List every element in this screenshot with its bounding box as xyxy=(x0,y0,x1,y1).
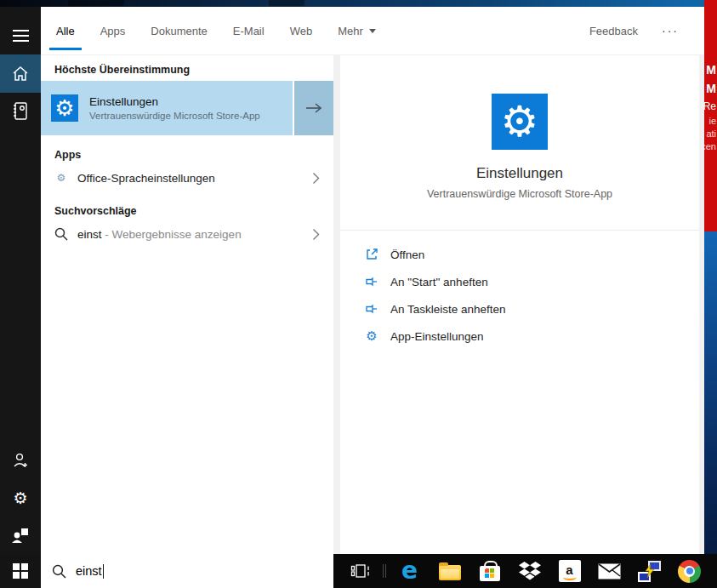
dropbox-button[interactable] xyxy=(509,554,549,588)
amazon-button[interactable]: a xyxy=(549,554,589,588)
open-action[interactable]: Öffnen xyxy=(340,241,699,268)
pin-to-start-action[interactable]: An "Start" anheften xyxy=(340,268,699,295)
journal-button[interactable] xyxy=(0,93,41,130)
clipped-text-fragment: Re xyxy=(704,100,716,112)
divider xyxy=(340,230,699,231)
edge-icon: e xyxy=(401,559,418,583)
tab-dokumente[interactable]: Dokumente xyxy=(151,7,207,54)
clipped-text-fragment: ati xyxy=(706,128,716,139)
home-icon xyxy=(11,65,30,83)
result-title: Einstellungen xyxy=(89,95,260,108)
gear-icon xyxy=(13,490,27,506)
account-button[interactable] xyxy=(0,442,41,479)
background-blue-area xyxy=(704,231,717,554)
background-browser-tab xyxy=(269,0,304,6)
journal-icon xyxy=(11,101,30,122)
background-window-edge: M M Re ie ati cen xyxy=(704,0,717,554)
remote-desktop-button[interactable] xyxy=(629,554,669,588)
file-explorer-button[interactable] xyxy=(430,554,469,588)
chrome-icon xyxy=(678,560,701,583)
microsoft-store-button[interactable] xyxy=(469,554,509,588)
mail-icon xyxy=(598,563,621,579)
preview-subtitle: Vertrauenswürdige Microsoft Store-App xyxy=(340,188,699,200)
windows-logo-icon xyxy=(13,563,28,579)
result-subtitle: Vertrauenswürdige Microsoft Store-App xyxy=(89,111,260,121)
more-options-button[interactable]: ··· xyxy=(662,24,679,37)
search-sidebar xyxy=(0,7,41,554)
chevron-right-icon[interactable] xyxy=(312,172,320,185)
background-browser-tab xyxy=(68,0,124,6)
preview-panel: Einstellungen Vertrauenswürdige Microsof… xyxy=(340,55,699,554)
clipped-text-fragment: ie xyxy=(708,116,716,126)
chevron-down-icon xyxy=(369,29,376,33)
gear-icon xyxy=(54,97,74,119)
microsoft-store-icon xyxy=(480,566,500,581)
clipped-text-fragment: cen xyxy=(704,141,716,151)
tab-apps[interactable]: Apps xyxy=(100,7,126,54)
edge-button[interactable]: e xyxy=(390,554,430,588)
preview-title: Einstellungen xyxy=(340,165,699,182)
pictures-button[interactable] xyxy=(0,517,41,554)
task-view-button[interactable] xyxy=(342,554,379,588)
start-button[interactable] xyxy=(0,554,41,588)
search-flyout: Alle Apps Dokumente E-Mail Web Mehr Feed… xyxy=(41,7,704,554)
best-match-result[interactable]: Einstellungen Vertrauenswürdige Microsof… xyxy=(41,81,333,135)
settings-button[interactable] xyxy=(0,479,41,517)
expand-result-button[interactable] xyxy=(294,81,333,135)
amazon-icon: a xyxy=(559,560,581,582)
tab-email[interactable]: E-Mail xyxy=(233,7,265,54)
screen: M M Re ie ati cen xyxy=(0,0,717,588)
suggestion-text: einst - Webergebnisse anzeigen xyxy=(77,228,242,241)
menu-button[interactable] xyxy=(0,17,41,54)
best-match-main[interactable]: Einstellungen Vertrauenswürdige Microsof… xyxy=(41,81,293,135)
web-suggestion-result[interactable]: einst - Webergebnisse anzeigen xyxy=(41,219,333,249)
pictures-icon xyxy=(11,526,30,545)
suggestions-header: Suchvorschläge xyxy=(54,203,333,219)
tab-mehr[interactable]: Mehr xyxy=(338,7,376,54)
clipped-text-fragment: M xyxy=(706,63,716,77)
panel-edge xyxy=(699,55,704,554)
search-filter-tabs: Alle Apps Dokumente E-Mail Web Mehr Feed… xyxy=(41,7,704,55)
apps-header: Apps xyxy=(54,147,333,163)
taskbar-separator xyxy=(379,554,390,588)
tab-web[interactable]: Web xyxy=(290,7,313,54)
pin-icon xyxy=(364,302,379,316)
text-cursor xyxy=(103,564,105,579)
app-settings-action[interactable]: App-Einstellungen xyxy=(340,323,699,350)
search-icon xyxy=(54,227,69,241)
sidebar-spacer xyxy=(0,130,41,442)
pin-icon xyxy=(364,275,379,288)
taskbar-icons: e a xyxy=(342,554,709,588)
gear-icon xyxy=(501,100,539,143)
clipped-text-fragment: M xyxy=(706,82,716,95)
taskbar: einst e xyxy=(0,554,717,588)
add-account-icon xyxy=(11,451,30,470)
gear-outline-icon xyxy=(364,329,379,343)
results-panel: Höchste Übereinstimmung Einstellungen Ve… xyxy=(41,55,333,554)
launch-icon xyxy=(364,248,379,261)
office-app-icon xyxy=(54,173,69,183)
best-match-text: Einstellungen Vertrauenswürdige Microsof… xyxy=(89,95,260,121)
taskbar-search-box[interactable]: einst xyxy=(41,554,333,588)
chevron-right-icon[interactable] xyxy=(312,228,320,241)
search-input-value[interactable]: einst xyxy=(76,564,102,578)
home-button[interactable] xyxy=(0,54,41,93)
background-window-titlebar xyxy=(0,0,717,7)
chrome-button[interactable] xyxy=(669,554,709,588)
feedback-link[interactable]: Feedback xyxy=(589,25,638,37)
pin-to-taskbar-action[interactable]: An Taskleiste anheften xyxy=(340,295,699,323)
remote-desktop-icon xyxy=(638,561,661,582)
app-result-office-language[interactable]: Office-Spracheinstellungen xyxy=(41,163,333,193)
action-list: Öffnen An "Start" anheften xyxy=(340,241,699,350)
task-view-icon xyxy=(350,562,371,579)
tab-alle[interactable]: Alle xyxy=(56,7,75,54)
mail-button[interactable] xyxy=(589,554,629,588)
file-explorer-icon xyxy=(439,565,461,580)
arrow-right-icon xyxy=(304,102,323,114)
search-icon xyxy=(52,564,66,579)
settings-app-tile xyxy=(51,94,78,122)
settings-app-tile-large xyxy=(492,94,548,150)
dropbox-icon xyxy=(519,562,541,581)
hamburger-icon xyxy=(13,30,29,42)
background-red-area: M M Re ie ati cen xyxy=(704,0,717,231)
